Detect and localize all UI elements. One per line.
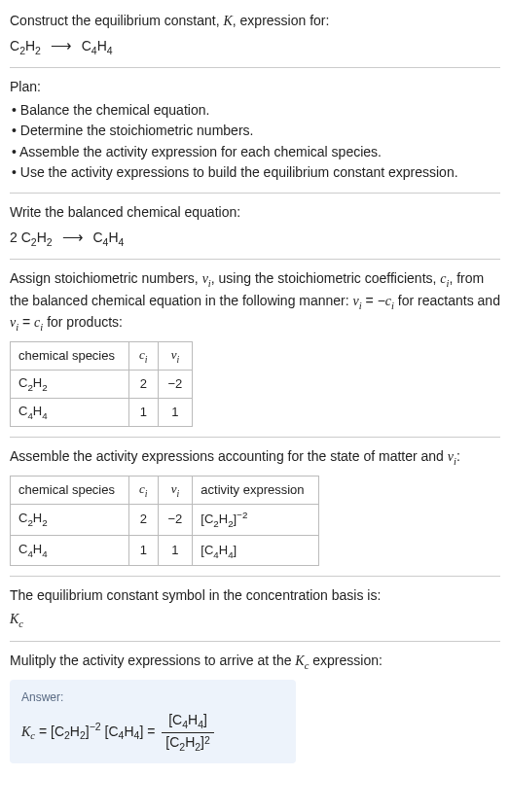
balanced-heading: Write the balanced chemical equation: bbox=[10, 203, 500, 223]
col-ci: ci bbox=[129, 341, 159, 370]
plan-list: Balance the chemical equation. Determine… bbox=[10, 101, 500, 183]
activity-heading: Assemble the activity expressions accoun… bbox=[10, 447, 500, 469]
cell-activity-expression: [C4H4] bbox=[193, 535, 318, 566]
col-nui: νi bbox=[158, 476, 193, 504]
fraction-denominator: [C2H2]2 bbox=[162, 733, 214, 754]
cell-ci: 1 bbox=[129, 535, 159, 566]
species-c2h2: C2H2 bbox=[10, 38, 41, 53]
cell-species: C4H4 bbox=[11, 399, 129, 427]
prompt-line-1: Construct the equilibrium constant, K, e… bbox=[10, 12, 500, 31]
fraction-numerator: [C4H4] bbox=[162, 711, 214, 732]
col-species: chemical species bbox=[11, 476, 129, 504]
reaction-arrow-icon: ⟶ bbox=[62, 229, 84, 245]
reaction-arrow-icon: ⟶ bbox=[51, 37, 72, 53]
assign-paragraph: Assign stoichiometric numbers, νi, using… bbox=[10, 269, 500, 335]
unbalanced-equation: C2H2 ⟶ C4H4 bbox=[10, 35, 500, 57]
cell-species: C2H2 bbox=[11, 505, 129, 536]
cell-nui: −2 bbox=[158, 505, 193, 536]
divider bbox=[10, 193, 500, 194]
cell-nui: −2 bbox=[158, 370, 193, 398]
col-nui: νi bbox=[158, 341, 193, 370]
cell-activity-expression: [C2H2]−2 bbox=[193, 505, 318, 536]
table-row: C2H2 2 −2 [C2H2]−2 bbox=[11, 505, 319, 536]
cell-ci: 2 bbox=[129, 505, 159, 536]
table-header-row: chemical species ci νi bbox=[11, 341, 193, 370]
divider bbox=[10, 437, 500, 438]
plan-heading: Plan: bbox=[10, 78, 500, 97]
answer-label: Answer: bbox=[21, 689, 284, 706]
multiply-heading: Mulitply the activity expressions to arr… bbox=[10, 652, 500, 673]
stoich-table: chemical species ci νi C2H2 2 −2 C4H4 1 … bbox=[10, 341, 193, 428]
kc-symbol: Kc bbox=[10, 610, 500, 631]
table-row: C4H4 1 1 [C4H4] bbox=[11, 535, 319, 566]
balanced-coef-left: 2 bbox=[10, 229, 21, 245]
cell-species: C4H4 bbox=[11, 535, 129, 566]
table-row: C4H4 1 1 bbox=[11, 399, 193, 427]
answer-box: Answer: Kc = [C2H2]−2 [C4H4] = [C4H4][C2… bbox=[10, 680, 296, 764]
cell-nui: 1 bbox=[158, 399, 193, 427]
cell-species: C2H2 bbox=[11, 370, 129, 398]
table-row: C2H2 2 −2 bbox=[11, 370, 193, 398]
fraction: [C4H4][C2H2]2 bbox=[162, 711, 214, 754]
prompt-suffix: , expression for: bbox=[233, 13, 330, 28]
cell-nui: 1 bbox=[158, 535, 193, 566]
divider bbox=[10, 259, 500, 260]
answer-equation: Kc = [C2H2]−2 [C4H4] = [C4H4][C2H2]2 bbox=[21, 711, 284, 754]
col-species: chemical species bbox=[11, 341, 129, 370]
cell-ci: 2 bbox=[129, 370, 159, 398]
prompt-K: K bbox=[223, 14, 232, 28]
species-c4h4: C4H4 bbox=[82, 38, 113, 53]
plan-item: Assemble the activity expression for eac… bbox=[12, 143, 500, 162]
activity-table: chemical species ci νi activity expressi… bbox=[10, 476, 319, 566]
conc-basis-heading: The equilibrium constant symbol in the c… bbox=[10, 586, 500, 606]
col-activity-expression: activity expression bbox=[193, 476, 318, 504]
cell-ci: 1 bbox=[129, 399, 159, 427]
divider bbox=[10, 67, 500, 68]
species-c4h4: C4H4 bbox=[92, 229, 124, 245]
plan-item: Determine the stoichiometric numbers. bbox=[12, 122, 500, 141]
col-ci: ci bbox=[129, 476, 159, 504]
divider bbox=[10, 641, 500, 642]
divider bbox=[10, 576, 500, 577]
plan-item: Use the activity expressions to build th… bbox=[12, 163, 500, 183]
prompt-prefix: Construct the equilibrium constant, bbox=[10, 13, 223, 28]
table-header-row: chemical species ci νi activity expressi… bbox=[11, 476, 319, 504]
balanced-equation: 2 C2H2 ⟶ C4H4 bbox=[10, 227, 500, 249]
species-c2h2: C2H2 bbox=[21, 229, 53, 245]
plan-item: Balance the chemical equation. bbox=[12, 101, 500, 121]
